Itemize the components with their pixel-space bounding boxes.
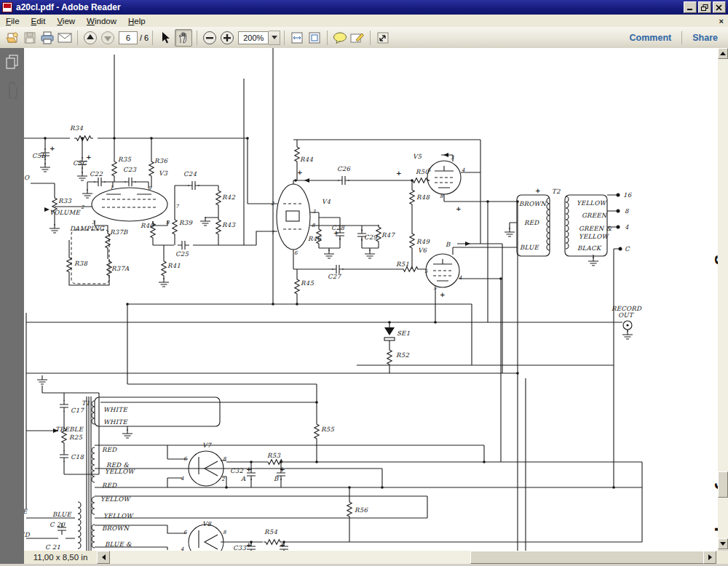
schematic-label: C 21 [45, 543, 60, 551]
schematic-label: R42 [222, 194, 235, 201]
email-button[interactable] [57, 30, 73, 46]
tube-v6-plate [433, 259, 452, 281]
fit-width-icon[interactable] [289, 30, 305, 46]
zoom-level-input[interactable]: 200% [238, 31, 269, 44]
navigation-sidebar [0, 48, 24, 564]
schematic-label: VOLUME [50, 209, 82, 216]
junction-dot [296, 303, 298, 306]
schematic-label: YELLOW [577, 199, 608, 207]
horizontal-scroll-thumb[interactable] [470, 551, 728, 564]
schematic-label: R25 [69, 434, 82, 441]
menu-edit[interactable]: Edit [25, 16, 52, 26]
schematic-label: R41 [167, 262, 181, 269]
flow-arrow [304, 178, 309, 183]
scroll-up-icon[interactable] [718, 48, 728, 59]
schematic-label: 6 [183, 530, 187, 535]
next-page-button[interactable] [100, 30, 116, 46]
save-file-button[interactable] [22, 30, 38, 46]
ground-symbol [37, 375, 47, 384]
schematic-label: R35 [118, 156, 131, 163]
ground-symbol [324, 250, 334, 258]
ground-symbol [77, 172, 87, 180]
vertical-scrollbar[interactable] [718, 48, 728, 550]
restore-button[interactable] [698, 1, 711, 13]
fullscreen-icon[interactable] [375, 30, 391, 46]
schematic-label: + [396, 170, 402, 177]
minimize-button[interactable] [684, 1, 697, 13]
schematic-label: C33 [233, 544, 247, 551]
schematic-label: C32 [230, 467, 244, 474]
coil-winding [92, 497, 95, 514]
share-panel-button[interactable]: Share [682, 33, 728, 43]
capacitor-c18 [60, 450, 68, 462]
schematic-label: BLUE [520, 244, 539, 251]
previous-page-button[interactable] [82, 30, 98, 46]
scroll-down-icon[interactable] [718, 538, 728, 549]
sign-pen-icon[interactable] [349, 30, 365, 46]
vertical-scroll-thumb[interactable] [718, 471, 728, 498]
schematic-label: OUT [618, 311, 635, 319]
resistor-r45 [295, 277, 299, 296]
document-close-icon[interactable]: × [719, 17, 728, 25]
attachments-paperclip-icon[interactable] [5, 81, 20, 99]
junction-dot [483, 461, 486, 463]
menu-bar: FileEditViewWindowHelp × [0, 15, 728, 28]
schematic-label: 1 [110, 185, 113, 191]
page-size-indicator: 11,00 x 8,50 in [24, 551, 97, 564]
junction-dot [486, 200, 489, 203]
schematic-label: + [280, 541, 285, 549]
menu-file[interactable]: File [0, 16, 25, 26]
open-file-button[interactable] [4, 30, 20, 46]
schematic-label: C29 [364, 234, 379, 241]
schematic-label: 3 [92, 220, 95, 226]
schematic-label: A [240, 475, 246, 482]
schematic-label: + [535, 187, 541, 194]
tube-v3-grid [102, 199, 157, 207]
resistor-r50 [411, 178, 430, 183]
scroll-right-icon[interactable] [703, 551, 716, 564]
schematic-label: R48 [416, 194, 430, 201]
menu-window[interactable]: Window [81, 16, 122, 26]
scroll-left-icon[interactable] [97, 551, 110, 564]
zoom-in-button[interactable] [219, 30, 235, 46]
schematic-label: R53 [267, 452, 280, 459]
junction-dot [499, 277, 502, 280]
schematic-label: V3 [159, 170, 167, 177]
schematic-label: 5 [433, 285, 437, 291]
comment-bubble-icon[interactable] [332, 30, 348, 46]
resistor-r44 [295, 145, 299, 164]
schematic-label: R37B [110, 228, 128, 236]
menu-help[interactable]: Help [122, 16, 151, 26]
resistor-r55 [314, 422, 319, 441]
select-tool-button[interactable] [157, 30, 173, 46]
close-button[interactable] [713, 1, 726, 13]
flow-arrow [443, 153, 448, 157]
print-button[interactable] [39, 30, 55, 46]
page-number-input[interactable]: 6 [119, 31, 138, 44]
horizontal-scroll-track[interactable] [110, 551, 703, 564]
schematic-label: 4 [625, 223, 629, 231]
schematic-label: YELLOW [103, 512, 135, 519]
coil-winding [78, 502, 81, 549]
page-thumbnails-icon[interactable] [5, 54, 20, 71]
hand-tool-button[interactable] [175, 29, 192, 47]
comment-panel-button[interactable]: Comment [620, 33, 682, 43]
schematic-label: TREBLE [55, 426, 84, 433]
resistor-r49 [410, 231, 414, 250]
terminal-dot [617, 226, 620, 229]
junction-dot [315, 401, 318, 404]
tube-v5-grid [435, 178, 454, 183]
junction-dot [411, 179, 414, 182]
zoom-dropdown-button[interactable] [269, 31, 280, 45]
junction-dot [272, 303, 274, 306]
menu-view[interactable]: View [51, 16, 81, 26]
schematic-label: 8 [223, 456, 226, 462]
junction-dot [516, 372, 519, 375]
fit-page-icon[interactable] [306, 30, 323, 46]
schematic-label: R49 [416, 238, 430, 245]
zoom-out-button[interactable] [202, 30, 218, 46]
schematic-label: R54 [264, 528, 277, 535]
schematic-label: 3 [451, 155, 454, 161]
rectifier-se1-plate [384, 338, 395, 340]
schematic-label: T2 [552, 188, 561, 195]
